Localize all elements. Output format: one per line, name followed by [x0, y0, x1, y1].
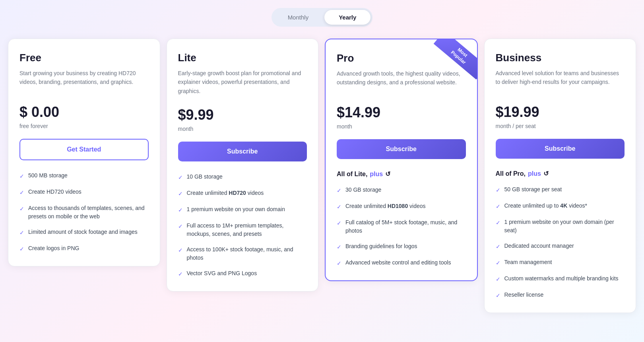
- check-icon: ✓: [496, 291, 500, 300]
- feature-item: ✓ Branding guidelines for logos: [337, 242, 466, 251]
- feature-item: ✓ Advanced website control and editing t…: [337, 258, 466, 268]
- feature-text: Full access to 1M+ premium templates, mo…: [187, 222, 307, 238]
- feature-item: ✓ Create unlimited HD1080 videos: [337, 202, 466, 211]
- check-icon: ✓: [178, 270, 183, 278]
- feature-text: Dedicated account manager: [504, 242, 574, 250]
- cta-button[interactable]: Subscribe: [337, 139, 466, 159]
- feature-text: 10 GB storage: [187, 173, 223, 181]
- feature-text: Reseller license: [504, 291, 544, 299]
- check-icon: ✓: [337, 243, 341, 251]
- feature-item: ✓ Full access to 1M+ premium templates, …: [178, 222, 307, 238]
- plan-description: Advanced level solution for teams and bu…: [496, 69, 625, 93]
- feature-text: Full catalog of 5M+ stock footage, music…: [345, 218, 466, 235]
- plan-description: Start growing your business by creating …: [19, 69, 149, 93]
- feature-item: ✓ Create HD720 videos: [19, 188, 149, 197]
- feature-text: Advanced website control and editing too…: [345, 258, 451, 267]
- feature-item: ✓ 50 GB storage per seat: [496, 185, 625, 194]
- check-icon: ✓: [496, 202, 500, 211]
- all-of-label: All of Pro, plus ↺: [496, 170, 625, 177]
- plan-description: Early-stage growth boost plan for promot…: [178, 69, 307, 95]
- cta-button[interactable]: Subscribe: [496, 139, 625, 159]
- check-icon: ✓: [496, 243, 500, 251]
- check-icon: ✓: [337, 187, 341, 195]
- feature-text: 1 premium website on your own domain: [187, 205, 285, 214]
- feature-item: ✓ 1 premium website on your own domain: [178, 205, 307, 214]
- price-container: $14.99: [337, 104, 466, 121]
- check-icon: ✓: [496, 275, 500, 284]
- feature-item: ✓ 30 GB storage: [337, 186, 466, 195]
- feature-item: ✓ Dedicated account manager: [496, 242, 625, 251]
- price-period: month: [337, 123, 466, 130]
- check-icon: ✓: [496, 186, 500, 194]
- price: $9.99: [178, 107, 307, 123]
- check-icon: ✓: [337, 203, 341, 211]
- feature-item: ✓ Full catalog of 5M+ stock footage, mus…: [337, 218, 466, 235]
- feature-item: ✓ Vector SVG and PNG Logos: [178, 269, 307, 278]
- feature-item: ✓ 1 premium website on your own domain (…: [496, 218, 625, 235]
- billing-toggle: Monthly Yearly: [4, 8, 640, 27]
- feature-item: ✓ Access to 100K+ stock footage, music, …: [178, 245, 307, 262]
- check-icon: ✓: [19, 188, 24, 197]
- price-period: free forever: [19, 123, 149, 129]
- feature-item: ✓ Reseller license: [496, 291, 625, 300]
- price: $14.99: [337, 104, 466, 121]
- feature-text: Create logos in PNG: [28, 244, 79, 253]
- feature-text: Create unlimited HD1080 videos: [345, 202, 426, 210]
- feature-text: Custom watermarks and multiple branding …: [504, 274, 619, 283]
- refresh-icon: ↺: [543, 170, 549, 177]
- plan-card-pro: Most Popular Pro Advanced growth tools, …: [325, 39, 478, 281]
- plus-text: plus: [370, 171, 383, 178]
- check-icon: ✓: [337, 259, 341, 268]
- price: $19.99: [496, 104, 625, 120]
- feature-item: ✓ 500 MB storage: [19, 171, 149, 181]
- price-period: month / per seat: [496, 123, 625, 129]
- price-container: $19.99: [496, 104, 625, 120]
- feature-text: Create unlimited up to 4K videos*: [504, 202, 588, 210]
- check-icon: ✓: [178, 206, 183, 214]
- check-icon: ✓: [19, 229, 24, 237]
- check-icon: ✓: [19, 172, 24, 181]
- all-of-text: All of Pro,: [496, 170, 526, 177]
- price-container: $9.99: [178, 107, 307, 123]
- feature-item: ✓ Team management: [496, 258, 625, 267]
- plan-name: Business: [496, 52, 625, 64]
- feature-item: ✓ 10 GB storage: [178, 173, 307, 182]
- check-icon: ✓: [178, 222, 183, 231]
- check-icon: ✓: [496, 259, 500, 267]
- all-of-label: All of Lite, plus ↺: [337, 170, 466, 178]
- price-period: month: [178, 126, 307, 132]
- check-icon: ✓: [178, 190, 183, 198]
- feature-item: ✓ Custom watermarks and multiple brandin…: [496, 274, 625, 284]
- yearly-toggle-btn[interactable]: Yearly: [324, 10, 370, 25]
- feature-text: Access to thousands of templates, scenes…: [28, 204, 149, 221]
- feature-text: 1 premium website on your own domain (pe…: [504, 218, 625, 235]
- feature-text: Create HD720 videos: [28, 188, 81, 196]
- feature-item: ✓ Limited amount of stock footage and im…: [19, 228, 149, 237]
- toggle-container: Monthly Yearly: [272, 8, 373, 27]
- plan-card-free: Free Start growing your business by crea…: [8, 39, 160, 266]
- feature-text: Create unlimited HD720 videos: [187, 189, 264, 197]
- monthly-toggle-btn[interactable]: Monthly: [274, 10, 323, 25]
- check-icon: ✓: [337, 219, 341, 227]
- features-list: ✓ 10 GB storage ✓ Create unlimited HD720…: [178, 173, 307, 278]
- feature-text: Branding guidelines for logos: [345, 242, 417, 251]
- features-list: ✓ 30 GB storage ✓ Create unlimited HD108…: [337, 186, 466, 268]
- plan-description: Advanced growth tools, the highest quali…: [337, 69, 466, 93]
- refresh-icon: ↺: [385, 170, 390, 178]
- features-list: ✓ 50 GB storage per seat ✓ Create unlimi…: [496, 185, 625, 300]
- feature-text: Limited amount of stock footage and imag…: [28, 228, 138, 236]
- plan-card-business: Business Advanced level solution for tea…: [484, 39, 636, 313]
- feature-text: 500 MB storage: [28, 171, 68, 180]
- features-list: ✓ 500 MB storage ✓ Create HD720 videos ✓…: [19, 171, 149, 253]
- feature-item: ✓ Access to thousands of templates, scen…: [19, 204, 149, 221]
- feature-item: ✓ Create unlimited HD720 videos: [178, 189, 307, 198]
- feature-text: Access to 100K+ stock footage, music, an…: [187, 245, 307, 262]
- feature-item: ✓ Create logos in PNG: [19, 244, 149, 253]
- cta-button[interactable]: Subscribe: [178, 142, 307, 161]
- feature-text: Vector SVG and PNG Logos: [187, 269, 257, 278]
- feature-text: 50 GB storage per seat: [504, 185, 562, 194]
- plus-text: plus: [528, 170, 541, 177]
- check-icon: ✓: [19, 205, 24, 213]
- cta-button[interactable]: Get Started: [19, 139, 149, 160]
- check-icon: ✓: [19, 245, 24, 253]
